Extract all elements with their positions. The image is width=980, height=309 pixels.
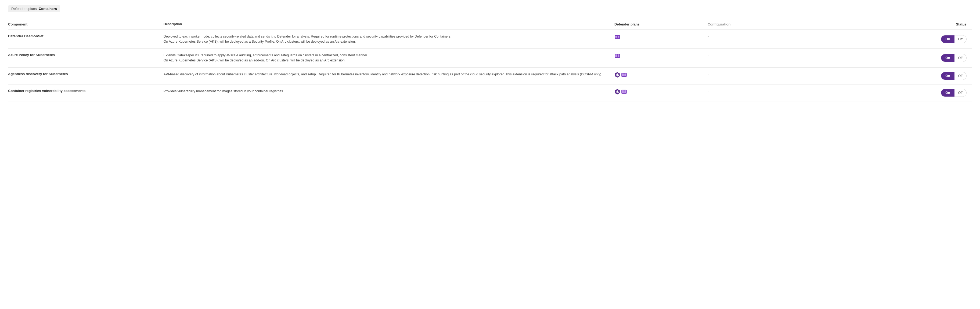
cell-config-2: - <box>708 67 832 84</box>
svg-rect-34 <box>622 92 624 93</box>
col-header-component: Component <box>8 20 164 30</box>
svg-rect-1 <box>616 36 617 37</box>
svg-rect-20 <box>624 73 626 75</box>
cell-config-1: - <box>708 49 832 68</box>
cell-component-1: Azure Policy for Kubernetes <box>8 49 164 68</box>
svg-rect-4 <box>617 37 619 38</box>
svg-rect-31 <box>621 90 627 93</box>
col-header-description: Description <box>164 20 614 30</box>
breadcrumb: Defenders plans : Containers <box>8 5 972 20</box>
col-header-plans: Defender plans <box>614 20 708 30</box>
svg-rect-0 <box>615 35 620 39</box>
cell-description-1: Extends Gatekeeper v3, required to apply… <box>164 49 614 68</box>
cell-plans-2 <box>614 67 708 84</box>
svg-rect-32 <box>622 90 624 92</box>
svg-rect-9 <box>617 56 619 57</box>
cell-component-0: Defender DaemonSet <box>8 30 164 49</box>
svg-rect-21 <box>622 75 624 76</box>
cell-plans-1 <box>614 49 708 68</box>
svg-rect-7 <box>617 54 619 56</box>
status-toggle-1[interactable]: OnOff <box>941 54 967 62</box>
status-toggle-2[interactable]: OnOff <box>941 72 967 80</box>
toggle-on-0[interactable]: On <box>941 35 954 43</box>
table-row: Agentless discovery for KubernetesAPI-ba… <box>8 67 972 84</box>
col-header-config: Configuration <box>708 20 832 30</box>
cell-component-2: Agentless discovery for Kubernetes <box>8 67 164 84</box>
toggle-on-3[interactable]: On <box>941 89 954 97</box>
breadcrumb-prefix: Defenders plans : <box>11 7 39 11</box>
svg-rect-3 <box>616 37 617 38</box>
svg-rect-35 <box>624 92 626 93</box>
cell-config-0: - <box>708 30 832 49</box>
cell-plans-3 <box>614 84 708 101</box>
toggle-on-2[interactable]: On <box>941 72 954 80</box>
table-row: Container registries vulnerability asses… <box>8 84 972 101</box>
breadcrumb-current: Containers <box>39 7 57 11</box>
cell-status-0: OnOff <box>832 30 972 49</box>
table-row: Defender DaemonSetDeployed to each worke… <box>8 30 972 49</box>
toggle-on-1[interactable]: On <box>941 54 954 62</box>
cell-component-3: Container registries vulnerability asses… <box>8 84 164 101</box>
svg-rect-6 <box>616 54 617 56</box>
svg-rect-22 <box>624 75 626 76</box>
svg-point-11 <box>617 74 618 76</box>
svg-point-24 <box>617 91 618 92</box>
cell-description-0: Deployed to each worker node, collects s… <box>164 30 614 49</box>
components-table: Component Description Defender plans Con… <box>8 20 972 101</box>
status-toggle-0[interactable]: OnOff <box>941 35 967 43</box>
svg-rect-2 <box>617 36 619 37</box>
cell-status-1: OnOff <box>832 49 972 68</box>
cell-description-2: API-based discovery of information about… <box>164 67 614 84</box>
toggle-off-1[interactable]: Off <box>955 54 966 62</box>
table-header-row: Component Description Defender plans Con… <box>8 20 972 30</box>
cell-description-3: Provides vulnerability management for im… <box>164 84 614 101</box>
svg-rect-5 <box>615 54 620 58</box>
svg-rect-8 <box>616 56 617 57</box>
svg-rect-18 <box>621 73 627 77</box>
col-header-status: Status <box>832 20 972 30</box>
cell-plans-0 <box>614 30 708 49</box>
cell-status-3: OnOff <box>832 84 972 101</box>
toggle-off-0[interactable]: Off <box>955 35 966 43</box>
toggle-off-2[interactable]: Off <box>955 72 966 80</box>
cell-config-3: - <box>708 84 832 101</box>
cell-status-2: OnOff <box>832 67 972 84</box>
status-toggle-3[interactable]: OnOff <box>941 89 967 97</box>
toggle-off-3[interactable]: Off <box>955 89 966 97</box>
svg-rect-19 <box>622 73 624 75</box>
table-row: Azure Policy for KubernetesExtends Gatek… <box>8 49 972 68</box>
svg-rect-33 <box>624 90 626 92</box>
